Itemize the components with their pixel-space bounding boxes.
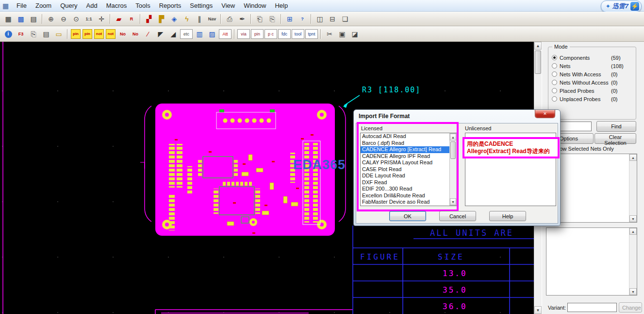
blocks-icon[interactable]: ▦: [2, 13, 14, 25]
not-2-button[interactable]: not: [106, 29, 116, 39]
scroll-up-icon[interactable]: ▲: [629, 228, 637, 235]
diamond-icon[interactable]: ◈: [168, 13, 180, 25]
zoom-window-icon[interactable]: ⊙: [70, 13, 82, 25]
scrollbar-thumb[interactable]: [535, 51, 541, 74]
edit-sheet-icon[interactable]: ▤: [40, 28, 52, 40]
slash-icon[interactable]: ∕: [142, 28, 154, 40]
format-list[interactable]: Autocad ADI ReadBarco (.dpf) ReadCADENCE…: [360, 133, 457, 206]
att-button[interactable]: Att: [219, 29, 231, 39]
format-list-item[interactable]: EDIF 200...300 Read: [361, 186, 457, 192]
pin-button[interactable]: pin: [251, 29, 264, 39]
no-2-button[interactable]: No: [130, 28, 141, 40]
via-button[interactable]: via: [237, 29, 250, 39]
mode-unplaced-probes[interactable]: Unplaced Probes (0): [552, 95, 633, 103]
fill-layer-icon[interactable]: ▛: [156, 13, 167, 25]
scrollbar-thumb[interactable]: [450, 141, 456, 159]
menu-add[interactable]: Add: [82, 0, 102, 11]
panel-blue2-icon[interactable]: ▨: [206, 28, 218, 40]
tile-vertical-icon[interactable]: ◫: [314, 13, 326, 25]
bolt-icon[interactable]: ϟ: [181, 13, 193, 25]
film-icon[interactable]: ▤: [28, 13, 39, 25]
help-icon[interactable]: ?: [297, 13, 308, 25]
format-list-item[interactable]: DXF Read: [361, 179, 457, 186]
sheet2-icon[interactable]: ◪: [349, 28, 361, 40]
menu-help[interactable]: Help: [270, 0, 292, 11]
brush-dark2-icon[interactable]: ◢: [167, 28, 179, 40]
grid-table-icon[interactable]: ⊞: [284, 13, 296, 25]
change-button[interactable]: Change: [619, 302, 642, 313]
selection-list[interactable]: ▲ ▼: [546, 227, 637, 296]
format-list-item[interactable]: CALAY PRISMA Layout Read: [361, 159, 457, 166]
copy-pages-icon[interactable]: ⎘: [28, 28, 39, 40]
scroll-up-icon[interactable]: ▲: [629, 154, 637, 161]
menu-settings[interactable]: Settings: [185, 0, 217, 11]
color-tiles-icon[interactable]: ▞: [143, 13, 155, 25]
menu-query[interactable]: Query: [56, 0, 82, 11]
panel-blue-icon[interactable]: ▥: [194, 28, 205, 40]
variant-input[interactable]: [567, 303, 617, 312]
measure-icon[interactable]: ∥: [194, 13, 205, 25]
scroll-up-icon[interactable]: ▲: [450, 134, 456, 140]
redline-button[interactable]: R: [126, 13, 137, 25]
tpnt-button[interactable]: tpnt: [305, 29, 318, 39]
clear-selection-button[interactable]: Clear Selection: [594, 133, 636, 144]
menu-file[interactable]: File: [12, 0, 31, 11]
pan-icon[interactable]: ✛: [96, 13, 107, 25]
ok-button[interactable]: OK: [389, 211, 426, 221]
no-1-button[interactable]: No: [117, 28, 129, 40]
document-icon[interactable]: ⎗: [254, 13, 265, 25]
pen-plot-icon[interactable]: ✒: [236, 13, 248, 25]
mode-nets-without-access[interactable]: Nets Without Access (0): [552, 78, 633, 87]
menu-view[interactable]: View: [217, 0, 239, 11]
close-button[interactable]: ✕: [535, 110, 555, 118]
nets-list-scrollbar[interactable]: ▲ ▼: [629, 154, 637, 222]
nav-button[interactable]: Nav: [206, 13, 218, 25]
etc-button[interactable]: etc: [180, 29, 193, 39]
mode-components[interactable]: Components (59): [552, 53, 633, 62]
format-list-item[interactable]: CADENCE Allegro [Extract] Read: [361, 146, 457, 153]
format-list-scrollbar[interactable]: ▲ ▼: [449, 133, 457, 206]
menu-reports[interactable]: Reports: [155, 0, 186, 11]
format-list-item[interactable]: CASE Plot Read: [361, 166, 457, 173]
fdc-button[interactable]: fdc: [278, 29, 291, 39]
eraser-icon[interactable]: ▰: [113, 13, 125, 25]
format-list-item[interactable]: Autocad ADI Read: [361, 133, 457, 140]
zoom-in-icon[interactable]: ⊕: [45, 13, 57, 25]
f3-button[interactable]: F3: [15, 28, 27, 40]
menu-zoom[interactable]: Zoom: [31, 0, 56, 11]
mode-nets[interactable]: Nets (108): [552, 62, 633, 70]
mode-nets-with-access[interactable]: Nets With Access (0): [552, 70, 633, 78]
format-list-item[interactable]: CADENCE Allegro IPF Read: [361, 153, 457, 160]
find-button[interactable]: Find: [596, 121, 636, 132]
mode-placed-probes[interactable]: Placed Probes (0): [552, 87, 633, 95]
help-button[interactable]: Help: [489, 211, 526, 221]
zoom-1to1-button[interactable]: 1:1: [83, 13, 95, 25]
cancel-button[interactable]: Cancel: [439, 211, 476, 221]
pin-all-button[interactable]: pin: [71, 29, 81, 39]
pc-button[interactable]: p c: [264, 29, 277, 39]
scroll-down-icon[interactable]: ▼: [629, 215, 637, 222]
tool-button[interactable]: tool: [292, 29, 304, 39]
selection-list-scrollbar[interactable]: ▲ ▼: [629, 228, 637, 295]
document-export-icon[interactable]: ⎘: [266, 13, 278, 25]
cascade-windows-icon[interactable]: ❏: [339, 13, 351, 25]
zoom-out-icon[interactable]: ⊖: [58, 13, 69, 25]
xunlei-badge[interactable]: ✦ 迅雷7 ⚡: [601, 0, 642, 12]
format-list-item[interactable]: FabMaster Device aso Read: [361, 199, 457, 206]
menu-tools[interactable]: Tools: [131, 0, 154, 11]
sheet-icon[interactable]: ▣: [336, 28, 348, 40]
info-icon[interactable]: i: [2, 28, 14, 40]
scroll-up-icon[interactable]: ▲: [534, 42, 542, 50]
brush-dark-icon[interactable]: ◤: [155, 28, 166, 40]
format-list-item[interactable]: Barco (.dpf) Read: [361, 140, 457, 147]
layers-icon[interactable]: ▩: [15, 13, 27, 25]
not-1-button[interactable]: not: [94, 29, 104, 39]
scroll-down-icon[interactable]: ▼: [450, 198, 456, 205]
format-list-item[interactable]: DDE Layout Read: [361, 173, 457, 179]
menu-macros[interactable]: Macros: [102, 0, 132, 11]
format-list-item[interactable]: Excellon Drill&Route Read: [361, 192, 457, 199]
pin-b-button[interactable]: pin: [83, 29, 92, 39]
menu-window[interactable]: Window: [239, 0, 270, 11]
scroll-down-icon[interactable]: ▼: [534, 306, 542, 314]
app-icon[interactable]: ▦: [2, 2, 12, 9]
